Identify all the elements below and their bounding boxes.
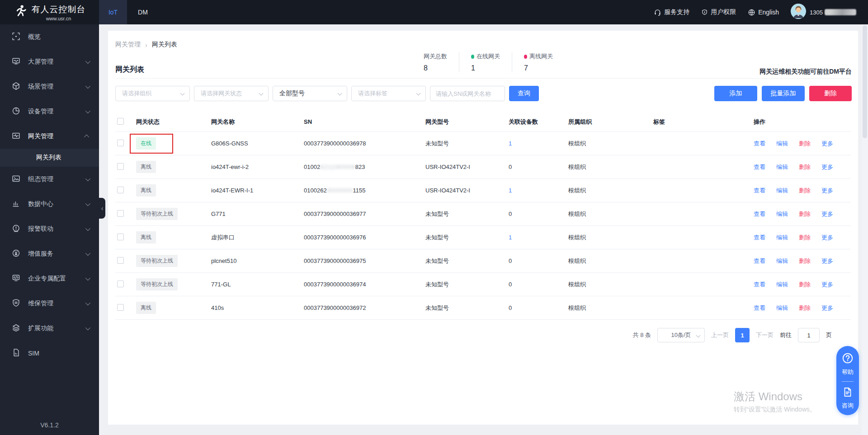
gateway-name: io424T-EWR-I-1 bbox=[211, 187, 304, 194]
gateway-name: 虚拟串口 bbox=[211, 234, 304, 242]
permissions-menu-item[interactable]: 用户权限 bbox=[701, 8, 736, 16]
delete-link[interactable]: 删除 bbox=[799, 187, 811, 195]
select-all-checkbox[interactable] bbox=[117, 118, 124, 125]
sidebar-item-device[interactable]: 设备管理 bbox=[0, 99, 99, 124]
sidebar-item-scene[interactable]: 场景管理 bbox=[0, 74, 99, 99]
sidebar-item-scada[interactable]: 组态管理 bbox=[0, 167, 99, 192]
goto-page-input[interactable] bbox=[798, 328, 820, 342]
edit-link[interactable]: 编辑 bbox=[776, 163, 788, 171]
gateway-model: 未知型号 bbox=[425, 257, 509, 265]
page-size-select[interactable]: 10条/页 bbox=[657, 328, 705, 342]
sidebar-item-gateway[interactable]: 网关管理 bbox=[0, 124, 99, 149]
filter-select-3[interactable]: 请选择标签 bbox=[351, 86, 426, 101]
sidebar-item-label: 维保管理 bbox=[28, 299, 53, 308]
delete-link[interactable]: 删除 bbox=[799, 210, 811, 218]
view-link[interactable]: 查看 bbox=[754, 140, 765, 148]
breadcrumb-current: 网关列表 bbox=[152, 41, 177, 49]
row-checkbox[interactable] bbox=[117, 140, 124, 146]
search-input[interactable] bbox=[430, 86, 505, 101]
row-checkbox[interactable] bbox=[117, 210, 124, 217]
edit-link[interactable]: 编辑 bbox=[776, 140, 788, 148]
edit-link[interactable]: 编辑 bbox=[776, 187, 788, 195]
user-account[interactable]: 1305 bbox=[791, 4, 856, 21]
device-count-link[interactable]: 1 bbox=[509, 234, 512, 241]
view-link[interactable]: 查看 bbox=[754, 281, 765, 289]
device-count-link[interactable]: 1 bbox=[509, 187, 512, 194]
row-checkbox[interactable] bbox=[117, 281, 124, 287]
row-checkbox[interactable] bbox=[117, 304, 124, 311]
more-link[interactable]: 更多 bbox=[821, 234, 833, 242]
gateway-sn: 0003773900000036975 bbox=[304, 257, 425, 264]
chevron-down-icon bbox=[85, 300, 90, 305]
tab-dm[interactable]: DM bbox=[127, 0, 159, 24]
sidebar-item-sim[interactable]: SIM bbox=[0, 341, 99, 365]
more-link[interactable]: 更多 bbox=[821, 210, 833, 218]
row-checkbox[interactable] bbox=[117, 257, 124, 264]
dm-platform-note: 网关运维相关功能可前往DM平台 bbox=[760, 68, 852, 76]
delete-link[interactable]: 删除 bbox=[799, 234, 811, 242]
more-link[interactable]: 更多 bbox=[821, 304, 833, 312]
view-link[interactable]: 查看 bbox=[754, 304, 765, 312]
edit-link[interactable]: 编辑 bbox=[776, 234, 788, 242]
sidebar-item-data[interactable]: 数据中心 bbox=[0, 192, 99, 216]
more-link[interactable]: 更多 bbox=[821, 163, 833, 171]
sidebar-collapse-handle[interactable]: ‹ bbox=[99, 198, 105, 219]
filter-select-1[interactable]: 请选择网关状态 bbox=[194, 86, 269, 101]
more-link[interactable]: 更多 bbox=[821, 140, 833, 148]
scrollbar-thumb[interactable] bbox=[863, 25, 867, 138]
tab-iot[interactable]: IoT bbox=[99, 0, 127, 24]
prev-page-button[interactable]: 上一页 bbox=[711, 331, 729, 339]
sidebar-item-bigscreen[interactable]: 大屏管理 bbox=[0, 49, 99, 74]
breadcrumb-parent[interactable]: 网关管理 bbox=[115, 41, 141, 49]
gateway-icon bbox=[12, 131, 20, 141]
filter-select-2[interactable]: 全部型号 bbox=[273, 86, 347, 101]
delete-link[interactable]: 删除 bbox=[799, 281, 811, 289]
sidebar-item-maintenance[interactable]: 维保管理 bbox=[0, 291, 99, 316]
sidebar-item-vas[interactable]: 增值服务 bbox=[0, 241, 99, 266]
delete-link[interactable]: 删除 bbox=[799, 304, 811, 312]
gateway-name: 771-GL bbox=[211, 281, 304, 288]
sidebar-item-alarm[interactable]: 报警联动 bbox=[0, 216, 99, 241]
language-menu-item[interactable]: English bbox=[748, 9, 779, 16]
edit-link[interactable]: 编辑 bbox=[776, 304, 788, 312]
next-page-button[interactable]: 下一页 bbox=[756, 331, 774, 339]
chevron-down-icon bbox=[85, 250, 90, 255]
stat-total-value: 8 bbox=[424, 64, 447, 72]
view-link[interactable]: 查看 bbox=[754, 163, 765, 171]
delete-button[interactable]: 删除 bbox=[809, 86, 852, 101]
consult-button[interactable]: 咨询 bbox=[842, 387, 854, 410]
batch-add-button[interactable]: 批量添加 bbox=[762, 86, 805, 101]
page-scrollbar[interactable] bbox=[862, 24, 868, 435]
view-link[interactable]: 查看 bbox=[754, 187, 765, 195]
alarm-icon bbox=[12, 224, 20, 234]
row-checkbox[interactable] bbox=[117, 163, 124, 170]
delete-link[interactable]: 删除 bbox=[799, 140, 811, 148]
add-button[interactable]: 添加 bbox=[714, 86, 757, 101]
sidebar-subitem-gateway-list[interactable]: 网关列表 bbox=[0, 149, 99, 167]
more-link[interactable]: 更多 bbox=[821, 281, 833, 289]
more-link[interactable]: 更多 bbox=[821, 257, 833, 265]
edit-link[interactable]: 编辑 bbox=[776, 281, 788, 289]
app-logo[interactable]: 有人云控制台 www.usr.cn bbox=[0, 0, 99, 24]
row-checkbox[interactable] bbox=[117, 187, 124, 193]
view-link[interactable]: 查看 bbox=[754, 257, 765, 265]
help-button[interactable]: 帮助 bbox=[842, 352, 854, 376]
view-link[interactable]: 查看 bbox=[754, 234, 765, 242]
sidebar-item-extension[interactable]: 扩展功能 bbox=[0, 316, 99, 341]
edit-link[interactable]: 编辑 bbox=[776, 257, 788, 265]
edit-link[interactable]: 编辑 bbox=[776, 210, 788, 218]
sidebar-item-overview[interactable]: 概览 bbox=[0, 24, 99, 49]
view-link[interactable]: 查看 bbox=[754, 210, 765, 218]
query-button[interactable]: 查询 bbox=[509, 86, 539, 101]
device-count-link[interactable]: 1 bbox=[509, 140, 512, 147]
table-action-buttons: 添加 批量添加 删除 bbox=[714, 86, 852, 101]
support-menu-item[interactable]: 服务支持 bbox=[654, 8, 689, 16]
pagination: 共 8 条 10条/页 上一页 1 下一页 前往 页 bbox=[633, 328, 832, 342]
sidebar-item-enterprise[interactable]: 企业专属配置 bbox=[0, 266, 99, 291]
filter-select-0[interactable]: 请选择组织 bbox=[115, 86, 190, 101]
delete-link[interactable]: 删除 bbox=[799, 257, 811, 265]
more-link[interactable]: 更多 bbox=[821, 187, 833, 195]
delete-link[interactable]: 删除 bbox=[799, 163, 811, 171]
row-checkbox[interactable] bbox=[117, 234, 124, 240]
current-page-button[interactable]: 1 bbox=[735, 328, 750, 342]
